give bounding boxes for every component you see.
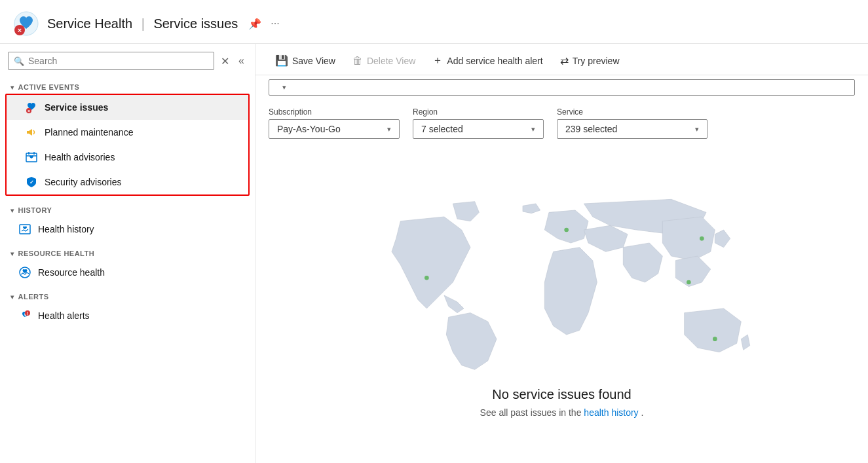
save-icon: 💾 bbox=[275, 54, 288, 67]
sidebar-item-security-advisories[interactable]: ✓ Security advisories bbox=[7, 170, 248, 194]
svg-point-13 bbox=[425, 276, 429, 280]
empty-state-subtitle: See all past issues in the health histor… bbox=[480, 407, 644, 418]
sidebar-item-planned-maintenance[interactable]: Planned maintenance bbox=[7, 120, 248, 145]
delete-icon: 🗑 bbox=[352, 55, 363, 67]
search-input-wrap[interactable]: 🔍 bbox=[8, 52, 214, 70]
chevron-down-icon: ▾ bbox=[282, 83, 286, 92]
page-breadcrumb: Service Health | Service issues bbox=[47, 16, 238, 31]
more-options-icon[interactable]: ··· bbox=[271, 18, 279, 29]
history-label: HISTORY bbox=[18, 206, 52, 214]
add-alert-button[interactable]: ＋ Add service health alert bbox=[426, 50, 549, 71]
add-alert-label: Add service health alert bbox=[447, 56, 542, 66]
region-label: Region bbox=[413, 107, 544, 117]
svg-point-15 bbox=[700, 236, 704, 241]
service-label: Service bbox=[557, 107, 708, 117]
chevron-down-icon: ▾ bbox=[10, 250, 14, 257]
active-events-box: × Service issues Planned maintenance bbox=[5, 94, 250, 196]
sidebar-item-resource-health-label: Resource health bbox=[38, 267, 105, 278]
app-header: × Service Health | Service issues 📌 ··· bbox=[0, 0, 868, 44]
empty-subtitle-suffix: . bbox=[641, 407, 644, 418]
svg-point-16 bbox=[687, 280, 691, 285]
chevron-down-icon: ▾ bbox=[10, 207, 14, 214]
service-value: 239 selected bbox=[565, 124, 617, 134]
sidebar-item-service-issues-label: Service issues bbox=[45, 102, 108, 113]
alert-health-icon: ! bbox=[18, 309, 31, 322]
world-map-svg bbox=[366, 191, 759, 374]
try-preview-button[interactable]: ⇄ Try preview bbox=[554, 51, 626, 70]
delete-view-button[interactable]: 🗑 Delete View bbox=[346, 52, 422, 70]
svg-text:×: × bbox=[28, 109, 30, 113]
sidebar-item-health-advisories-label: Health advisories bbox=[45, 152, 115, 162]
subscription-label: Subscription bbox=[269, 107, 400, 117]
view-selector-row: ▾ bbox=[255, 75, 868, 101]
pin-icon[interactable]: 📌 bbox=[248, 18, 261, 30]
service-filter-group: Service 239 selected ▾ bbox=[557, 107, 708, 139]
chevron-down-icon: ▾ bbox=[531, 125, 535, 134]
add-icon: ＋ bbox=[432, 54, 443, 67]
resource-health-label: RESOURCE HEALTH bbox=[18, 250, 95, 257]
toolbar: 💾 Save View 🗑 Delete View ＋ Add service … bbox=[255, 44, 868, 75]
alerts-label: ALERTS bbox=[18, 293, 49, 301]
region-value: 7 selected bbox=[421, 124, 463, 134]
page-title: Service issues bbox=[153, 16, 238, 31]
svg-text:!: ! bbox=[27, 311, 28, 316]
active-events-section: ▾ ACTIVE EVENTS × Service issues bbox=[0, 78, 255, 198]
sidebar: 🔍 ✕ « ▾ ACTIVE EVENTS × bbox=[0, 44, 255, 463]
subscription-dropdown[interactable]: Pay-As-You-Go ▾ bbox=[269, 119, 400, 139]
delete-view-label: Delete View bbox=[367, 56, 415, 66]
chevron-down-icon: ▾ bbox=[10, 293, 14, 301]
svg-point-14 bbox=[564, 228, 569, 232]
save-view-label: Save View bbox=[292, 56, 335, 66]
history-section: ▾ HISTORY Health history bbox=[0, 201, 255, 242]
app-logo: × bbox=[13, 10, 39, 37]
empty-state: No service issues found See all past iss… bbox=[480, 387, 644, 418]
main-content: 💾 Save View 🗑 Delete View ＋ Add service … bbox=[255, 44, 868, 463]
megaphone-icon bbox=[25, 126, 38, 139]
sidebar-item-health-alerts[interactable]: ! Health alerts bbox=[0, 303, 255, 328]
active-events-label: ACTIVE EVENTS bbox=[18, 83, 80, 91]
sidebar-item-resource-health[interactable]: Resource health bbox=[0, 260, 255, 285]
health-error-icon: × bbox=[25, 101, 38, 114]
alerts-header[interactable]: ▾ ALERTS bbox=[0, 287, 255, 303]
world-map bbox=[366, 191, 759, 374]
search-bar: 🔍 ✕ « bbox=[0, 44, 255, 75]
health-history-link[interactable]: health history bbox=[584, 407, 638, 418]
alerts-section: ▾ ALERTS ! Health alerts bbox=[0, 287, 255, 328]
logo-icon: × bbox=[13, 10, 39, 37]
save-view-button[interactable]: 💾 Save View bbox=[269, 51, 342, 70]
chevron-down-icon: ▾ bbox=[10, 84, 14, 91]
try-preview-label: Try preview bbox=[573, 56, 620, 66]
history-header[interactable]: ▾ HISTORY bbox=[0, 201, 255, 217]
breadcrumb-separator: | bbox=[142, 16, 149, 31]
sidebar-collapse-button[interactable]: « bbox=[236, 54, 247, 68]
svg-text:×: × bbox=[18, 26, 22, 34]
resource-health-header[interactable]: ▾ RESOURCE HEALTH bbox=[0, 244, 255, 260]
search-clear-button[interactable]: ✕ bbox=[218, 54, 232, 69]
empty-subtitle-prefix: See all past issues in the bbox=[480, 407, 584, 418]
sidebar-item-health-alerts-label: Health alerts bbox=[38, 310, 90, 321]
search-icon: 🔍 bbox=[14, 56, 24, 66]
main-layout: 🔍 ✕ « ▾ ACTIVE EVENTS × bbox=[0, 44, 868, 463]
active-events-header[interactable]: ▾ ACTIVE EVENTS bbox=[0, 78, 255, 94]
sidebar-item-health-history-label: Health history bbox=[38, 224, 94, 234]
app-name: Service Health bbox=[47, 16, 132, 31]
svg-text:✓: ✓ bbox=[29, 179, 34, 185]
shield-icon: ✓ bbox=[25, 176, 38, 189]
subscription-filter-group: Subscription Pay-As-You-Go ▾ bbox=[269, 107, 400, 139]
content-area: No service issues found See all past iss… bbox=[255, 145, 868, 463]
history-health-icon bbox=[18, 223, 31, 236]
sidebar-item-health-advisories[interactable]: Health advisories bbox=[7, 145, 248, 170]
empty-state-title: No service issues found bbox=[480, 387, 644, 402]
chevron-down-icon: ▾ bbox=[695, 125, 699, 134]
sidebar-item-service-issues[interactable]: × Service issues bbox=[7, 95, 248, 120]
resource-health-icon bbox=[18, 266, 31, 279]
sidebar-item-security-advisories-label: Security advisories bbox=[45, 177, 122, 187]
service-dropdown[interactable]: 239 selected ▾ bbox=[557, 119, 708, 139]
view-dropdown[interactable]: ▾ bbox=[269, 79, 855, 96]
subscription-value: Pay-As-You-Go bbox=[277, 124, 341, 134]
sidebar-item-planned-maintenance-label: Planned maintenance bbox=[45, 127, 133, 138]
preview-icon: ⇄ bbox=[560, 54, 569, 67]
search-input[interactable] bbox=[28, 56, 208, 66]
region-dropdown[interactable]: 7 selected ▾ bbox=[413, 119, 544, 139]
sidebar-item-health-history[interactable]: Health history bbox=[0, 217, 255, 242]
